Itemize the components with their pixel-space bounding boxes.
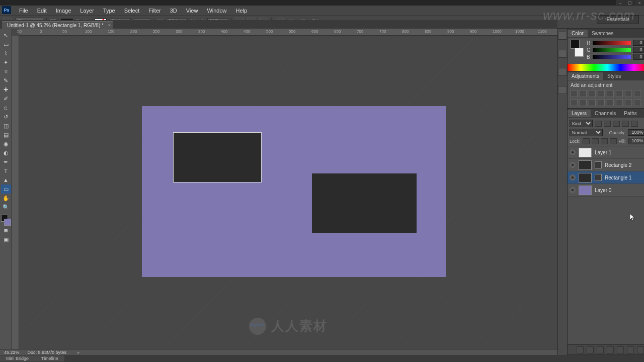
path-select-tool[interactable]: ▲	[1, 175, 11, 185]
layer-name[interactable]: Layer 1	[595, 150, 644, 155]
adj-curves-icon[interactable]	[589, 90, 596, 97]
menu-layer[interactable]: Layer	[76, 7, 98, 15]
layer-name[interactable]: Layer 0	[595, 188, 644, 193]
pen-tool[interactable]: ✒	[1, 157, 11, 166]
maximize-button[interactable]: ▢	[625, 0, 634, 5]
ruler-vertical[interactable]	[12, 36, 19, 349]
menu-3d[interactable]: 3D	[166, 7, 181, 15]
tab-color[interactable]: Color	[568, 30, 588, 37]
minimize-button[interactable]: –	[616, 0, 625, 5]
layers-empty-area[interactable]	[568, 197, 644, 344]
layer-name[interactable]: Rectangle 2	[605, 162, 644, 168]
eyedropper-tool[interactable]: ✎	[1, 76, 11, 85]
lock-position-icon[interactable]	[601, 138, 608, 144]
tab-channels[interactable]: Channels	[591, 110, 620, 117]
new-adjustment-layer-icon[interactable]	[607, 346, 614, 353]
rectangle-1-shape[interactable]	[173, 132, 262, 183]
visibility-toggle-icon[interactable]	[570, 162, 576, 168]
adj-selcolor-icon[interactable]	[634, 99, 641, 106]
b-slider[interactable]	[593, 55, 631, 59]
b-value[interactable]: 0	[633, 54, 644, 60]
quick-mask-tool[interactable]: ◙	[1, 226, 11, 235]
adj-bw-icon[interactable]	[634, 90, 641, 97]
layer-thumbnail[interactable]	[579, 173, 592, 183]
adj-vibrance-icon[interactable]	[607, 90, 614, 97]
tab-styles[interactable]: Styles	[603, 72, 625, 80]
brush-tool[interactable]: ✐	[1, 94, 11, 103]
rectangle-2-shape[interactable]	[312, 173, 417, 233]
menu-file[interactable]: File	[15, 7, 32, 15]
visibility-toggle-icon[interactable]	[570, 149, 576, 155]
lock-pixels-icon[interactable]	[592, 138, 599, 144]
close-button[interactable]: ×	[635, 0, 644, 5]
visibility-toggle-icon[interactable]	[570, 187, 576, 193]
viewport[interactable]: 〰 人人素材	[19, 36, 557, 349]
layer-row[interactable]: Layer 1	[568, 146, 644, 159]
layer-row[interactable]: Rectangle 2	[568, 159, 644, 171]
character-panel-icon[interactable]	[558, 68, 567, 76]
paragraph-panel-icon[interactable]	[558, 86, 567, 94]
hand-tool[interactable]: ✋	[1, 194, 11, 203]
adj-gradientmap-icon[interactable]	[625, 99, 632, 106]
filter-pixel-icon[interactable]	[595, 121, 602, 127]
lock-all-icon[interactable]	[610, 138, 617, 144]
rectangle-tool[interactable]: ▭	[1, 185, 11, 194]
menu-window[interactable]: Window	[203, 7, 230, 15]
history-panel-icon[interactable]	[558, 32, 567, 40]
adj-posterize-icon[interactable]	[607, 99, 614, 106]
layer-style-icon[interactable]	[587, 346, 594, 353]
artboard[interactable]	[142, 106, 446, 277]
spot-heal-tool[interactable]: ✚	[1, 85, 11, 94]
foreground-background-colors[interactable]	[1, 215, 11, 226]
filter-adjust-icon[interactable]	[604, 121, 611, 127]
layer-thumbnail[interactable]	[579, 186, 592, 195]
adj-brightness-icon[interactable]	[571, 90, 578, 97]
gradient-tool[interactable]: ▤	[1, 130, 11, 139]
tab-layers[interactable]: Layers	[568, 110, 591, 117]
menu-filter[interactable]: Filter	[144, 7, 165, 15]
filter-shape-icon[interactable]	[622, 121, 629, 127]
panel-background-color[interactable]	[575, 48, 584, 57]
g-slider[interactable]	[593, 48, 631, 52]
layer-name[interactable]: Rectangle 1	[605, 175, 644, 180]
background-color[interactable]	[4, 219, 11, 226]
menu-view[interactable]: View	[182, 7, 202, 15]
workspace-switcher[interactable]: Essentials	[597, 15, 639, 24]
type-tool[interactable]: T	[1, 166, 11, 175]
tab-timeline[interactable]: Timeline	[35, 355, 64, 361]
visibility-toggle-icon[interactable]	[570, 174, 576, 180]
filter-type-icon[interactable]	[613, 121, 620, 127]
ruler-horizontal[interactable]: 5005010015020025030035040045050055060065…	[19, 29, 557, 36]
menu-help[interactable]: Help	[232, 7, 252, 15]
lasso-tool[interactable]: ⌇	[1, 49, 11, 58]
dodge-tool[interactable]: ◐	[1, 148, 11, 157]
filter-smart-icon[interactable]	[631, 121, 638, 127]
doc-info[interactable]: Doc: 5.93M/0 bytes	[28, 350, 67, 355]
menu-select[interactable]: Select	[120, 7, 144, 15]
blend-mode-select[interactable]: Normal	[570, 129, 603, 136]
zoom-tool[interactable]: 🔍	[1, 203, 11, 212]
adj-invert-icon[interactable]	[598, 99, 605, 106]
g-value[interactable]: 0	[633, 47, 644, 53]
adj-photofilter-icon[interactable]	[571, 99, 578, 106]
delete-layer-icon[interactable]	[637, 346, 644, 353]
layer-filter-kind[interactable]: Kind	[570, 120, 593, 127]
lock-transparent-icon[interactable]	[583, 138, 590, 144]
vector-mask-thumbnail[interactable]	[595, 161, 602, 168]
color-spectrum[interactable]	[568, 64, 644, 71]
layer-mask-icon[interactable]	[597, 346, 604, 353]
adj-channelmixer-icon[interactable]	[580, 99, 587, 106]
opacity-value[interactable]: 100%	[628, 129, 644, 136]
adj-colorbalance-icon[interactable]	[625, 90, 632, 97]
magic-wand-tool[interactable]: ✦	[1, 58, 11, 67]
new-layer-icon[interactable]	[627, 346, 634, 353]
layer-row[interactable]: Rectangle 1	[568, 171, 644, 184]
vector-mask-thumbnail[interactable]	[595, 174, 602, 181]
zoom-readout[interactable]: 45.22%	[4, 350, 20, 355]
eraser-tool[interactable]: ◫	[1, 121, 11, 130]
move-tool[interactable]: ↖	[1, 31, 11, 40]
screen-mode-tool[interactable]: ▣	[1, 235, 11, 244]
layer-row[interactable]: Layer 0	[568, 184, 644, 197]
layer-thumbnail[interactable]	[579, 148, 592, 157]
tab-swatches[interactable]: Swatches	[588, 30, 617, 37]
